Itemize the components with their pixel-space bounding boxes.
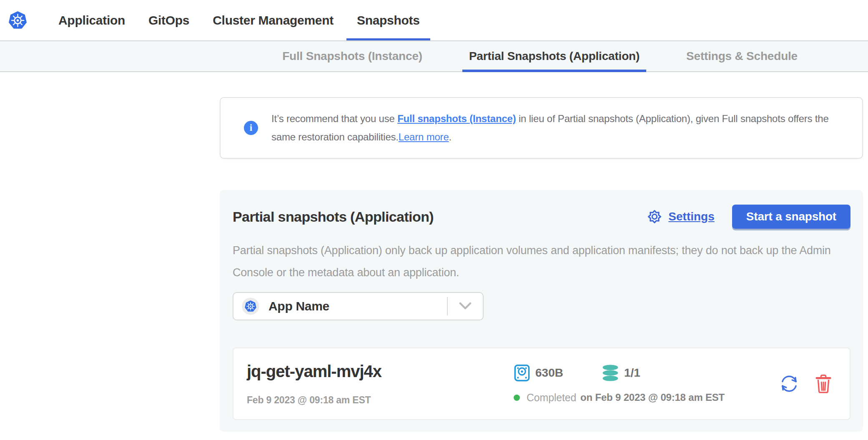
chevron-down-icon[interactable]	[459, 302, 472, 310]
settings-link[interactable]: Settings	[646, 208, 714, 225]
snapshot-status-time: on Feb 9 2023 @ 09:18 am EST	[580, 392, 725, 403]
snapshot-row: jq-get-yaml-mvj4x Feb 9 2023 @ 09:18 am …	[233, 348, 850, 420]
status-dot-icon	[514, 395, 520, 401]
dropdown-divider	[447, 297, 448, 315]
kubernetes-logo-icon[interactable]	[8, 11, 28, 30]
full-snapshots-link[interactable]: Full snapshots (Instance)	[397, 113, 516, 124]
app-name-value: App Name	[268, 299, 329, 313]
banner-text-1: It’s recommend that you use	[271, 113, 397, 124]
primary-nav: Application GitOps Cluster Management Sn…	[58, 0, 420, 40]
panel-description: Partial snapshots (Application) only bac…	[233, 240, 854, 284]
panel-title: Partial snapshots (Application)	[233, 209, 646, 225]
app-kubernetes-icon	[242, 298, 259, 315]
info-icon: i	[244, 121, 258, 135]
restore-icon[interactable]	[779, 373, 800, 394]
snapshot-created-at: Feb 9 2023 @ 09:18 am EST	[247, 395, 514, 406]
snapshots-tab-bar: Full Snapshots (Instance) Partial Snapsh…	[0, 40, 868, 72]
trash-icon[interactable]	[815, 374, 832, 394]
banner-text-3: .	[449, 131, 452, 142]
gear-icon	[646, 208, 663, 225]
top-nav: Application GitOps Cluster Management Sn…	[0, 0, 868, 40]
info-banner: i It’s recommend that you use Full snaps…	[220, 97, 863, 159]
nav-item-snapshots[interactable]: Snapshots	[357, 0, 420, 40]
settings-label: Settings	[668, 210, 714, 223]
tab-full-snapshots[interactable]: Full Snapshots (Instance)	[282, 41, 422, 71]
snapshot-stats: 630B 1/1	[514, 364, 725, 382]
snapshot-status-row: Completed on Feb 9 2023 @ 09:18 am EST	[514, 392, 725, 404]
snapshot-volumes-group: 1/1	[602, 364, 640, 382]
snapshot-details: 630B 1/1 Completed on Feb 9 2023 @ 09:18…	[514, 364, 725, 404]
database-volumes-icon	[602, 364, 619, 382]
disk-size-icon	[514, 364, 530, 382]
banner-text: It’s recommend that you use Full snapsho…	[271, 110, 841, 146]
learn-more-link[interactable]: Learn more	[399, 131, 449, 142]
snapshot-volumes: 1/1	[624, 366, 640, 380]
snapshot-name: jq-get-yaml-mvj4x	[247, 362, 514, 380]
nav-item-cluster-management[interactable]: Cluster Management	[213, 0, 334, 40]
snapshot-status: Completed	[527, 392, 576, 404]
snapshot-actions	[779, 373, 832, 394]
partial-snapshots-panel: Partial snapshots (Application) Settings…	[220, 190, 863, 432]
start-snapshot-button[interactable]: Start a snapshot	[732, 205, 850, 229]
nav-item-application[interactable]: Application	[58, 0, 125, 40]
snapshot-info: jq-get-yaml-mvj4x Feb 9 2023 @ 09:18 am …	[247, 362, 514, 406]
tab-settings-schedule[interactable]: Settings & Schedule	[686, 41, 798, 71]
app-name-dropdown[interactable]: App Name	[233, 292, 484, 320]
tab-partial-snapshots[interactable]: Partial Snapshots (Application)	[469, 41, 640, 71]
panel-header: Partial snapshots (Application) Settings…	[233, 205, 850, 229]
snapshot-size: 630B	[535, 366, 563, 380]
nav-item-gitops[interactable]: GitOps	[148, 0, 189, 40]
